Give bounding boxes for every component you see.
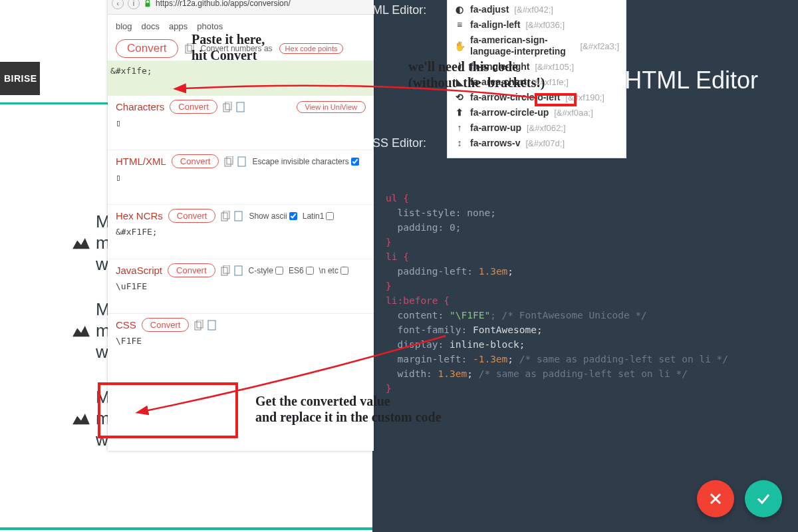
lock-icon	[144, 0, 152, 7]
characters-value[interactable]: ▯	[116, 116, 366, 147]
hex-value[interactable]: &#xF1FE;	[116, 225, 366, 256]
svg-rect-14	[235, 266, 242, 275]
hex-title: Hex NCRs	[116, 210, 163, 221]
cancel-button[interactable]	[697, 480, 734, 517]
info-icon[interactable]: i	[128, 0, 140, 9]
js-title: JavaScript	[116, 265, 162, 276]
list-item[interactable]: ✋fa-american-sign-language-interpreting[…	[454, 33, 619, 59]
hex-convert-button[interactable]: Convert	[168, 209, 216, 223]
copy-icon[interactable]	[224, 156, 247, 167]
hex-code-points-button[interactable]: Hex code points	[279, 43, 344, 54]
svg-rect-8	[238, 157, 245, 166]
adjust-icon: ◐	[454, 4, 465, 15]
nav-blog[interactable]: blog	[116, 21, 132, 31]
arrow-paste	[176, 83, 549, 110]
svg-rect-6	[225, 158, 231, 166]
back-icon[interactable]: ‹	[112, 0, 124, 9]
svg-rect-11	[235, 211, 242, 221]
htmlxml-value[interactable]: ▯	[116, 171, 366, 201]
es6-checkbox[interactable]	[306, 267, 314, 275]
convert-button[interactable]: Convert	[116, 39, 178, 58]
asl-icon: ✋	[454, 41, 465, 52]
list-item[interactable]: ◐fa-adjust[&#xf042;]	[454, 2, 619, 17]
js-convert-button[interactable]: Convert	[168, 263, 215, 277]
editor-title: HTML Editor	[624, 66, 758, 94]
arrows-v-icon: ↕	[454, 138, 465, 149]
nav-apps[interactable]: apps	[169, 21, 188, 31]
latin1-checkbox[interactable]	[326, 212, 334, 220]
svg-rect-12	[221, 267, 227, 275]
css-editor-label: SS Editor:	[372, 136, 426, 150]
escape-invisible-checkbox[interactable]	[351, 158, 359, 166]
nav-photos[interactable]: photos	[197, 21, 223, 31]
list-item[interactable]: ↑fa-arrow-up[&#xf062;]	[454, 120, 619, 136]
nav-docs[interactable]: docs	[142, 21, 160, 31]
show-ascii-checkbox[interactable]	[289, 212, 297, 220]
divider-bottom	[0, 527, 372, 530]
list-item[interactable]: ↕fa-arrows-v[&#xf07d;]	[454, 136, 619, 151]
htmlxml-title: HTML/XML	[116, 156, 166, 167]
svg-rect-7	[227, 156, 233, 164]
arrow-up-icon: ↑	[454, 122, 465, 134]
cstyle-checkbox[interactable]	[275, 267, 283, 275]
annotation-paste: Paste it here, hit Convert	[192, 31, 265, 63]
confirm-button[interactable]	[745, 480, 782, 517]
characters-title: Characters	[116, 101, 164, 112]
html-editor-label: ML Editor:	[372, 3, 426, 17]
svg-rect-9	[221, 213, 227, 221]
svg-rect-0	[146, 3, 150, 7]
list-item[interactable]: ≡fa-align-left[&#xf036;]	[454, 17, 619, 33]
brand-label: BIRISE	[0, 62, 40, 95]
copy-icon[interactable]	[221, 265, 243, 276]
htmlxml-convert-button[interactable]: Convert	[172, 154, 219, 168]
input-value[interactable]: &#xf1fe;	[108, 65, 374, 79]
css-title: CSS	[116, 319, 136, 331]
svg-rect-1	[186, 45, 192, 53]
newline-checkbox[interactable]	[340, 267, 348, 275]
url-input[interactable]	[156, 0, 370, 8]
arrow-get-value	[140, 299, 452, 419]
copy-icon[interactable]	[221, 211, 243, 221]
url-bar: ‹ i	[108, 0, 374, 15]
svg-rect-13	[223, 265, 229, 273]
align-left-icon: ≡	[454, 19, 465, 31]
svg-rect-10	[223, 211, 229, 219]
